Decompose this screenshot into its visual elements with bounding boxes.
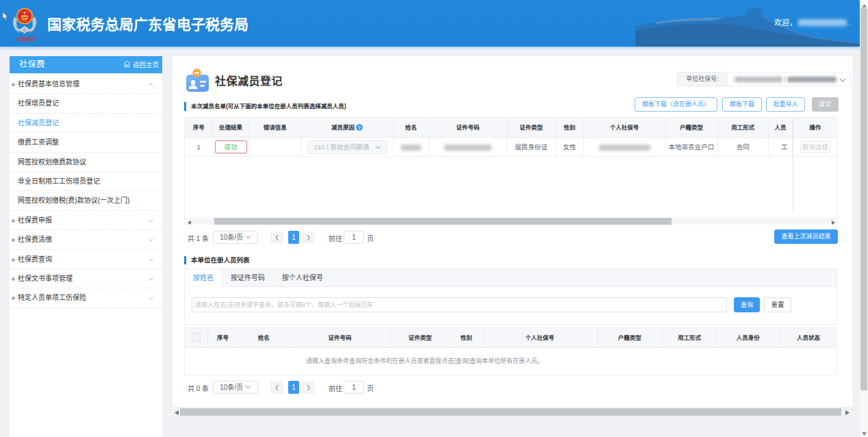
svg-text:中国税务: 中国税务: [14, 36, 36, 42]
svg-text:?: ?: [358, 125, 361, 129]
